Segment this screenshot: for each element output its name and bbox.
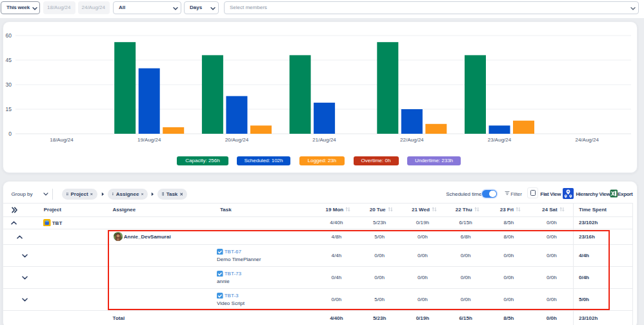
svg-text:45: 45 [6,57,12,63]
svg-text:15: 15 [6,106,12,112]
svg-text:18/Aug/24: 18/Aug/24 [50,137,74,143]
svg-text:23/Aug/24: 23/Aug/24 [488,137,512,143]
svg-text:60: 60 [6,32,12,39]
svg-text:21/Aug/24: 21/Aug/24 [312,137,336,143]
svg-text:24/Aug/24: 24/Aug/24 [575,137,599,143]
svg-text:30: 30 [6,81,12,88]
svg-text:19/Aug/24: 19/Aug/24 [137,137,161,143]
svg-text:0: 0 [8,131,12,137]
svg-text:20/Aug/24: 20/Aug/24 [225,137,249,143]
svg-text:22/Aug/24: 22/Aug/24 [400,137,424,143]
